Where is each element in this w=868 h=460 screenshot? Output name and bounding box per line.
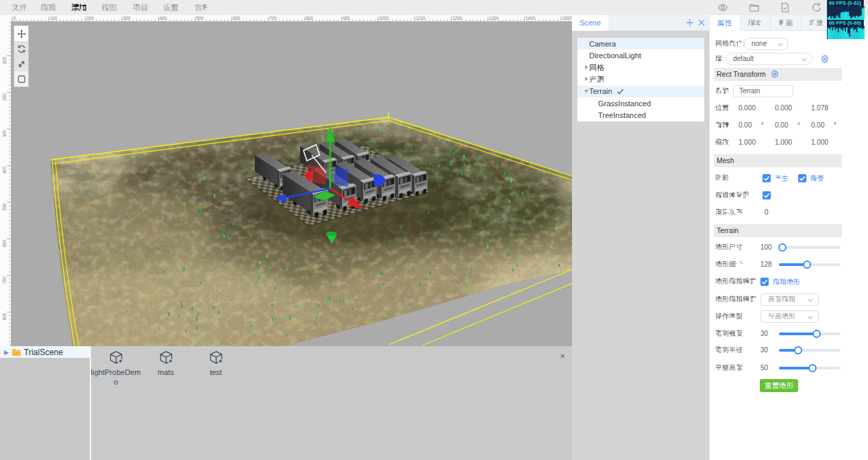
caret-right-icon[interactable] [584, 64, 589, 70]
svg-text:800: 800 [2, 313, 7, 320]
asset-folder-label: TrialScene [24, 348, 63, 357]
viewport-3d-scene[interactable] [11, 21, 572, 346]
scene-tree-row[interactable]: Camera [578, 38, 704, 49]
render-order-row: 0 [715, 206, 863, 219]
svg-text:500: 500 [2, 203, 7, 210]
menu-item-project[interactable] [128, 0, 153, 15]
viewport[interactable] [11, 21, 572, 346]
brush-strength-slider[interactable] [779, 332, 841, 335]
vector-value[interactable]: 1.000 [739, 136, 756, 149]
vector-value[interactable]: 0.000 [739, 102, 756, 114]
properties-body: : none : default Rect Transform Terrain … [710, 31, 868, 460]
frustum-culling-checkbox[interactable] [762, 191, 771, 199]
edit-terrain-checkbox[interactable] [760, 278, 769, 286]
vector-value[interactable]: 0.00 [739, 119, 752, 132]
scene-tab[interactable]: Scene [572, 15, 608, 31]
operation-type-dropdown[interactable] [760, 311, 819, 323]
scene-tree-row[interactable]: GrassInstanced [578, 97, 704, 109]
section-title: Rect Transform [717, 70, 766, 78]
caret-right-icon[interactable]: ▶ [4, 349, 10, 356]
operation-type-value [768, 311, 795, 322]
menu-item-edit[interactable] [36, 0, 60, 15]
receive-shadow-checkbox[interactable] [798, 174, 806, 182]
asset-item[interactable]: test [186, 349, 245, 377]
cast-shadow-checkbox[interactable] [762, 174, 771, 182]
scene-tree-row[interactable]: DirectionalLight [578, 49, 704, 61]
gizmo-x-plane-handle[interactable] [305, 172, 312, 180]
vector-value[interactable]: 0.00 [775, 119, 788, 132]
file-check-icon[interactable] [780, 2, 791, 13]
terrain-size-slider[interactable] [779, 246, 841, 249]
name-input[interactable]: Terrain [733, 85, 793, 97]
shadow-row [715, 172, 863, 184]
cube-add-icon [208, 349, 225, 366]
scene-node-label: TreeInstanced [598, 111, 646, 119]
flatten-height-slider[interactable] [779, 367, 841, 370]
field-label [715, 85, 729, 97]
scene-tree-row[interactable] [578, 73, 704, 85]
scale-tool-button[interactable] [14, 56, 28, 71]
folder-icon [12, 348, 21, 356]
props-tab-script[interactable] [741, 15, 771, 31]
receive-shadow-label [810, 174, 824, 183]
unit-label: ° [797, 119, 800, 132]
vector-value[interactable]: 1.078 [811, 102, 828, 114]
caret-down-icon[interactable] [584, 88, 589, 94]
mesh-optimization-dropdown[interactable]: none [744, 38, 789, 50]
terrain-subdivision-value: 128 [760, 258, 772, 271]
rotate-tool-button[interactable] [14, 41, 28, 56]
menu-item-launch[interactable] [189, 0, 214, 15]
vector-value[interactable]: 1.000 [811, 136, 828, 149]
transform-toolbar [14, 25, 29, 87]
brush-strength-slider-handle[interactable] [813, 330, 821, 338]
gear-icon[interactable] [771, 70, 779, 78]
terrain-size-row: 100 [715, 241, 863, 254]
rect-tool-button[interactable] [14, 71, 28, 86]
menu-item-settings[interactable] [158, 0, 183, 15]
field-label: : [715, 53, 724, 65]
flatten-height-value: 50 [760, 362, 768, 374]
terrain-subdivision-slider-handle[interactable] [803, 261, 811, 269]
menu-item-view[interactable] [97, 0, 121, 15]
reset-terrain-button[interactable] [760, 379, 798, 392]
menu-item-file[interactable] [7, 0, 32, 15]
close-scene-button[interactable] [697, 18, 706, 27]
name-row: Terrain [715, 85, 863, 97]
unit-label: ° [761, 119, 764, 132]
scene-node-label: GrassInstanced [598, 99, 651, 108]
caret-right-icon[interactable] [584, 76, 589, 82]
field-label [715, 276, 756, 288]
props-tab-properties[interactable] [710, 15, 741, 31]
asset-tree-row[interactable]: ▶ TrialScene [0, 346, 90, 358]
layer-dropdown[interactable]: default [726, 53, 813, 65]
refresh-icon[interactable] [811, 2, 822, 13]
add-node-button[interactable] [685, 18, 695, 27]
scene-tree-row[interactable]: Terrain [578, 86, 704, 97]
fps-histogram [828, 26, 865, 39]
terrain-edit-mode-dropdown[interactable] [760, 293, 819, 306]
terrain-subdivision-slider[interactable] [779, 263, 841, 266]
visibility-icon[interactable] [717, 2, 728, 13]
menu-item-add[interactable] [66, 0, 91, 15]
scene-node-label [589, 75, 604, 84]
vertical-ruler: 100200300400500600700800 [0, 21, 11, 346]
scene-tree-row[interactable] [578, 62, 704, 73]
brush-radius-slider[interactable] [779, 349, 841, 352]
vector-value[interactable]: 1.000 [775, 136, 792, 149]
brush-radius-slider-handle[interactable] [794, 346, 802, 354]
dropdown-value: none [752, 38, 767, 49]
flatten-height-slider-handle[interactable] [808, 364, 817, 372]
folder-icon[interactable] [749, 2, 760, 13]
scene-tree-row[interactable]: TreeInstanced [578, 109, 704, 121]
terrain-size-slider-handle[interactable] [778, 243, 786, 252]
layer-settings-gear-icon[interactable] [821, 55, 829, 63]
props-tab-animation[interactable] [771, 15, 802, 31]
close-panel-button[interactable]: × [557, 351, 568, 362]
render-order-value[interactable]: 0 [765, 206, 769, 219]
vector-value[interactable]: 0.00 [811, 119, 824, 132]
vector-row: 0.0000.0001.078 [715, 102, 863, 114]
field-label [715, 328, 743, 340]
svg-text:0: 0 [14, 16, 16, 21]
vector-value[interactable]: 0.000 [775, 102, 792, 114]
move-tool-button[interactable] [14, 26, 28, 41]
